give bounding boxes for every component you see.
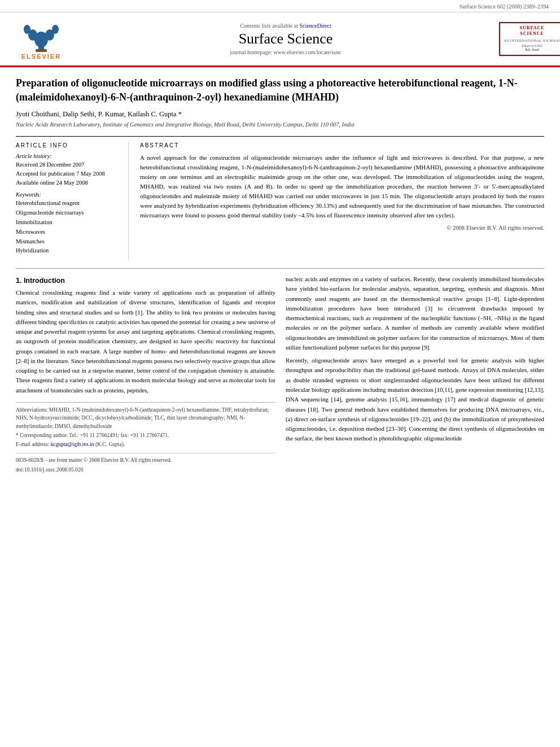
article-info-abstract-section: ARTICLE INFO Article history: Received 2… bbox=[16, 136, 544, 260]
abstract-label: ABSTRACT bbox=[140, 142, 544, 148]
keyword-4: Microwaves bbox=[16, 228, 120, 237]
keywords-group: Keywords: Heterobifunctional reagent Oli… bbox=[16, 191, 120, 256]
article-info-label: ARTICLE INFO bbox=[16, 142, 120, 148]
intro-right-para1: nucleic acids and enzymes on a variety o… bbox=[286, 274, 544, 352]
body-content: 1. Introduction Chemical crosslinking re… bbox=[16, 274, 544, 475]
contents-line: Contents lists available at ScienceDirec… bbox=[72, 23, 499, 29]
footnote-email[interactable]: kcgupta@igib.res.in bbox=[51, 442, 94, 447]
abstract-text: A novel approach for the construction of… bbox=[140, 153, 544, 220]
keywords-title: Keywords: bbox=[16, 191, 120, 198]
bottom-footnote-text: 0039-6028/$ – see front matter © 2008 El… bbox=[16, 456, 275, 464]
intro-heading: 1. Introduction bbox=[16, 277, 275, 285]
keyword-3: Immobilization bbox=[16, 218, 120, 228]
affiliation: Nucleic Acids Research Laboratory, Insti… bbox=[16, 121, 544, 129]
section-divider bbox=[16, 268, 544, 269]
keyword-6: Hybridization bbox=[16, 246, 120, 256]
body-left-column: 1. Introduction Chemical crosslinking re… bbox=[16, 274, 275, 475]
svg-point-5 bbox=[52, 25, 59, 34]
article-history-title: Article history: bbox=[16, 153, 120, 159]
svg-point-4 bbox=[24, 25, 30, 34]
doi-text: doi:10.1016/j.susc.2008.05.020 bbox=[16, 466, 275, 474]
copyright-line: © 2008 Elsevier B.V. All rights reserved… bbox=[140, 225, 544, 231]
keyword-1: Heterobifunctional reagent bbox=[16, 199, 120, 208]
sciencedirect-link[interactable]: ScienceDirect bbox=[299, 23, 331, 29]
footnote-corresponding: * Corresponding author. Tel.: +91 11 276… bbox=[16, 431, 275, 439]
elsevier-brand-text: ELSEVIER bbox=[21, 53, 61, 60]
accepted-date: Accepted for publication 7 May 2008 bbox=[16, 169, 120, 178]
intro-right-para2: Recently, oligonucleotide arrays have em… bbox=[286, 356, 544, 443]
article-title: Preparation of oligonucleotide microarra… bbox=[16, 76, 544, 104]
elsevier-logo: ELSEVIER bbox=[10, 18, 72, 60]
footnote-area: Abbreviations: MHAHD, 1-N-(maleimidohexa… bbox=[16, 402, 275, 474]
keywords-list: Heterobifunctional reagent Oligonucleoti… bbox=[16, 199, 120, 256]
journal-ref-text: Surface Science 602 (2008) 2389–2394 bbox=[460, 3, 549, 10]
journal-title-header: Surface Science bbox=[72, 30, 499, 47]
body-right-column: nucleic acids and enzymes on a variety o… bbox=[286, 274, 544, 475]
available-date: Available online 24 May 2008 bbox=[16, 178, 120, 187]
footnote-email-line: E-mail address: kcgupta@igib.res.in (K.C… bbox=[16, 440, 275, 448]
page: Surface Science 602 (2008) 2389–2394 ELS… bbox=[0, 0, 560, 747]
surface-science-logo-box: surface science AN INTERNATIONAL JOURNAL… bbox=[499, 22, 560, 56]
article-history-group: Article history: Received 28 December 20… bbox=[16, 153, 120, 187]
elsevier-tree-icon bbox=[21, 18, 61, 52]
intro-left-para1: Chemical crosslinking reagents find a wi… bbox=[16, 288, 275, 395]
footnote-abbr: Abbreviations: MHAHD, 1-N-(maleimidohexa… bbox=[16, 406, 275, 430]
journal-center: Contents lists available at ScienceDirec… bbox=[72, 23, 499, 55]
keyword-2: Oligonucleotide microarrays bbox=[16, 208, 120, 218]
journal-header: ELSEVIER Contents lists available at Sci… bbox=[0, 12, 560, 67]
received-date: Received 28 December 2007 bbox=[16, 160, 120, 169]
main-content: Preparation of oligonucleotide microarra… bbox=[0, 67, 560, 484]
keyword-5: Mismatches bbox=[16, 237, 120, 247]
journal-reference-bar: Surface Science 602 (2008) 2389–2394 bbox=[0, 0, 560, 12]
authors: Jyoti Choithani, Dalip Sethi, P. Kumar, … bbox=[16, 110, 544, 119]
journal-logo-right: surface science AN INTERNATIONAL JOURNAL… bbox=[499, 22, 550, 56]
bottom-footnote-area: 0039-6028/$ – see front matter © 2008 El… bbox=[16, 453, 275, 474]
article-info-column: ARTICLE INFO Article history: Received 2… bbox=[16, 142, 129, 260]
journal-homepage: journal homepage: www.elsevier.com/locat… bbox=[72, 49, 499, 55]
abstract-column: ABSTRACT A novel approach for the constr… bbox=[140, 142, 544, 260]
svg-rect-6 bbox=[36, 49, 47, 52]
